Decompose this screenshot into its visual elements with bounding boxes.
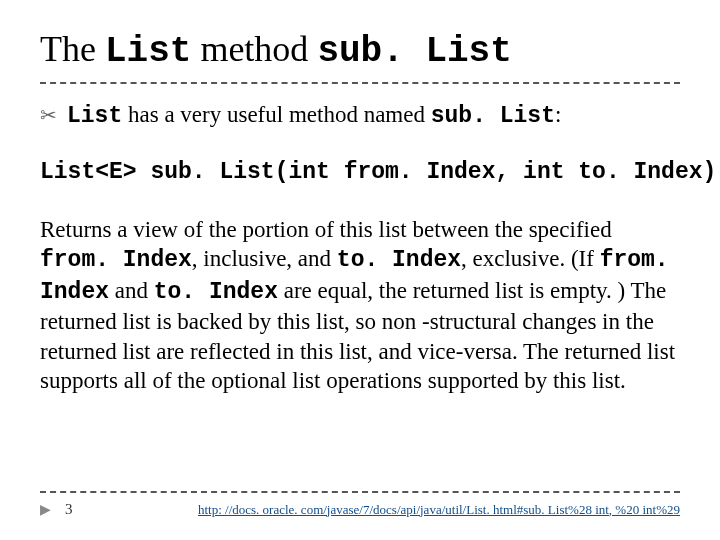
desc-text-3: , exclusive. (If (461, 246, 600, 271)
bullet-text: List has a very useful method named sub.… (67, 102, 561, 129)
desc-code-2: to. Index (337, 247, 461, 273)
bullet-code-1: List (67, 103, 122, 129)
title-text-2: method (191, 29, 317, 69)
desc-code-1: from. Index (40, 247, 192, 273)
description-paragraph: Returns a view of the portion of this li… (40, 215, 680, 396)
method-signature: List<E> sub. List(int from. Index, int t… (40, 159, 680, 185)
bullet-plain-1: has a very useful method named (122, 102, 431, 127)
page-number: 3 (65, 501, 73, 518)
desc-text-2: , inclusive, and (192, 246, 337, 271)
footer-arrow-icon: ▶ (40, 501, 51, 518)
footer-link[interactable]: http: //docs. oracle. com/javase/7/docs/… (198, 502, 680, 518)
bullet-plain-2: : (555, 102, 561, 127)
desc-text-1: Returns a view of the portion of this li… (40, 217, 612, 242)
slide-footer: ▶ 3 http: //docs. oracle. com/javase/7/d… (40, 491, 680, 518)
bullet-icon: ✂ (40, 103, 57, 127)
bullet-item: ✂ List has a very useful method named su… (40, 102, 680, 129)
slide-title: The List method sub. List (40, 28, 680, 84)
desc-code-4: to. Index (154, 279, 278, 305)
title-code-2: sub. List (317, 31, 511, 72)
title-code-1: List (105, 31, 191, 72)
bullet-code-2: sub. List (431, 103, 555, 129)
desc-text-4: and (109, 278, 154, 303)
title-text-1: The (40, 29, 105, 69)
